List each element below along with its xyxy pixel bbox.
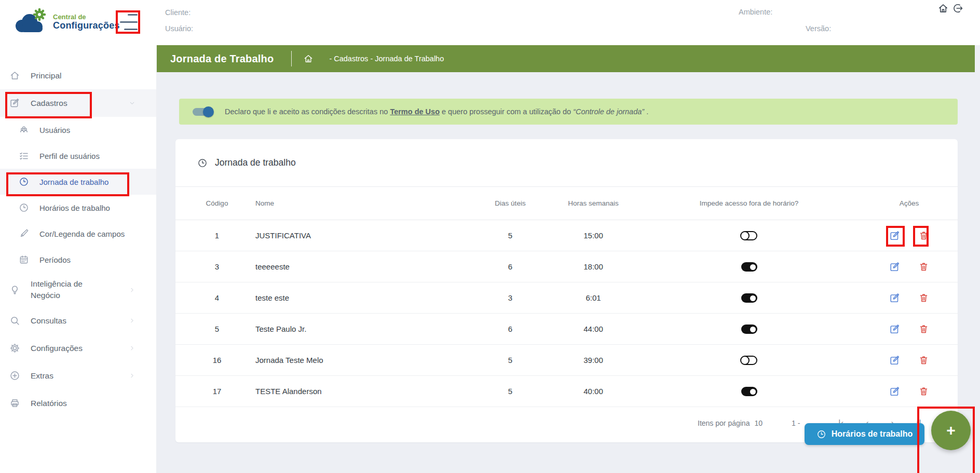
edit-button[interactable]	[888, 260, 902, 274]
sidebar-item-consultas[interactable]: Consultas	[0, 307, 156, 334]
hamburger-menu-icon[interactable]	[119, 14, 138, 30]
sidebar-item-label: Configurações	[31, 344, 83, 353]
home-icon[interactable]	[937, 3, 949, 14]
cell-codigo: 17	[181, 387, 253, 396]
client-label: Cliente:	[165, 8, 190, 17]
page-titlebar: Jornada de Trabalho - Cadastros - Jornad…	[157, 45, 975, 72]
cell-nome: Jornada Teste Melo	[253, 356, 471, 364]
access-toggle[interactable]	[741, 262, 757, 272]
access-toggle[interactable]	[741, 387, 757, 396]
checklist-icon	[19, 151, 29, 161]
sidebar-item-cor-legenda-de-campos[interactable]: Cor/Legenda de campos	[0, 221, 156, 247]
app-window: Central de Configurações Cliente: Usuári…	[0, 0, 980, 473]
sidebar-item-jornada-de-trabalho[interactable]: Jornada de trabalho	[0, 169, 156, 195]
sidebar-item-label: Cor/Legenda de campos	[39, 229, 125, 238]
delete-button[interactable]	[917, 229, 930, 242]
terms-toggle[interactable]	[193, 108, 213, 116]
search-icon	[9, 315, 20, 326]
sidebar-item-label: Horários de trabalho	[39, 204, 110, 212]
cell-nome: teste este	[253, 293, 471, 302]
cell-horas: 6:01	[549, 293, 637, 302]
cell-dias: 6	[471, 325, 549, 333]
edit-button[interactable]	[888, 354, 902, 367]
card-title: Jornada de trabalho	[215, 157, 296, 168]
access-toggle[interactable]	[741, 325, 757, 334]
delete-button[interactable]	[917, 291, 930, 304]
cell-dias: 3	[471, 293, 549, 302]
access-toggle[interactable]	[741, 231, 757, 240]
col-header-dias-uteis: Dias úteis	[471, 199, 549, 207]
app-logo[interactable]: Central de Configurações	[12, 6, 120, 38]
sidebar-item-inteligencia-de-negocio[interactable]: Inteligência de Negócio	[0, 273, 156, 307]
sidebar-item-label: Perfil de usuários	[39, 152, 100, 160]
environment-label: Ambiente:	[739, 8, 772, 16]
cell-codigo: 4	[181, 293, 253, 302]
cell-nome: TESTE Alanderson	[253, 387, 471, 396]
sidebar-item-label: Extras	[31, 371, 53, 381]
cell-codigo: 1	[181, 231, 253, 240]
sidebar-item-label: Relatórios	[31, 399, 67, 408]
sidebar-item-principal[interactable]: Principal	[0, 62, 156, 89]
horarios-de-trabalho-button[interactable]: Horários de trabalho	[805, 423, 924, 445]
sidebar-item-label: Cadastros	[31, 99, 67, 108]
col-header-codigo: Código	[181, 199, 253, 207]
cell-nome: JUSTIFICATIVA	[253, 231, 471, 240]
cell-dias: 5	[471, 356, 549, 364]
terms-of-use-link[interactable]: Termo de Uso	[390, 107, 440, 116]
sidebar-item-relatorios[interactable]: Relatórios	[0, 389, 156, 417]
jornada-card: Jornada de trabalho Código Nome Dias úte…	[175, 139, 958, 442]
sidebar: Principal Cadastros Usuários Perfil de u…	[0, 45, 157, 473]
cloud-gear-logo-icon	[12, 6, 51, 38]
breadcrumb: - Cadastros - Jornada de Trabalho	[329, 55, 444, 63]
terms-italic-text: “Controle de jornada”	[573, 107, 644, 116]
cell-horas: 18:00	[549, 262, 637, 271]
home-icon	[9, 70, 20, 81]
gear-icon	[9, 343, 20, 354]
chevron-right-icon	[129, 287, 135, 293]
clock-icon	[19, 202, 29, 213]
card-header: Jornada de trabalho	[175, 139, 958, 187]
delete-button[interactable]	[917, 322, 930, 335]
table-row: 16 Jornada Teste Melo 5 39:00	[175, 345, 958, 376]
edit-button[interactable]	[888, 385, 902, 398]
delete-button[interactable]	[917, 385, 930, 398]
brush-icon	[19, 228, 29, 239]
cell-codigo: 16	[181, 356, 253, 364]
sidebar-item-extras[interactable]: Extras	[0, 362, 156, 389]
sidebar-item-perfil-de-usuarios[interactable]: Perfil de usuários	[0, 143, 156, 169]
sidebar-item-usuarios[interactable]: Usuários	[0, 117, 156, 143]
edit-button[interactable]	[888, 291, 902, 305]
cell-horas: 39:00	[549, 356, 637, 364]
breadcrumb-home-icon[interactable]	[303, 53, 314, 64]
printer-icon	[9, 398, 20, 409]
edit-button[interactable]	[888, 322, 902, 336]
table-row: 4 teste este 3 6:01	[175, 282, 958, 314]
logo-line2: Configurações	[53, 21, 120, 31]
sidebar-item-label: Usuários	[39, 126, 70, 134]
calendar-icon	[19, 254, 29, 265]
terms-text: Declaro que li e aceito as condições des…	[225, 107, 648, 116]
chevron-down-icon	[129, 100, 135, 106]
sidebar-item-periodos[interactable]: Períodos	[0, 247, 156, 273]
cell-dias: 6	[471, 262, 549, 271]
access-toggle[interactable]	[741, 293, 757, 303]
sidebar-item-configuracoes[interactable]: Configurações	[0, 334, 156, 362]
edit-button[interactable]	[888, 229, 902, 242]
topbar: Central de Configurações Cliente: Usuári…	[0, 0, 980, 45]
delete-button[interactable]	[917, 260, 930, 273]
clock-icon	[197, 158, 208, 168]
cell-horas: 40:00	[549, 387, 637, 396]
sidebar-item-cadastros[interactable]: Cadastros	[0, 89, 156, 117]
add-button[interactable]: +	[931, 411, 971, 450]
chevron-right-icon	[129, 345, 135, 352]
sidebar-item-label: Principal	[31, 71, 61, 80]
table-row: 1 JUSTIFICATIVA 5 15:00	[175, 220, 958, 251]
sidebar-item-horarios-de-trabalho[interactable]: Horários de trabalho	[0, 195, 156, 221]
cell-horas: 15:00	[549, 231, 637, 240]
titlebar-divider	[291, 51, 292, 66]
col-header-horas-semanais: Horas semanais	[549, 199, 637, 207]
access-toggle[interactable]	[741, 356, 757, 365]
delete-button[interactable]	[917, 354, 930, 367]
items-per-page-value[interactable]: 10	[754, 419, 763, 427]
logout-icon[interactable]	[952, 3, 963, 14]
